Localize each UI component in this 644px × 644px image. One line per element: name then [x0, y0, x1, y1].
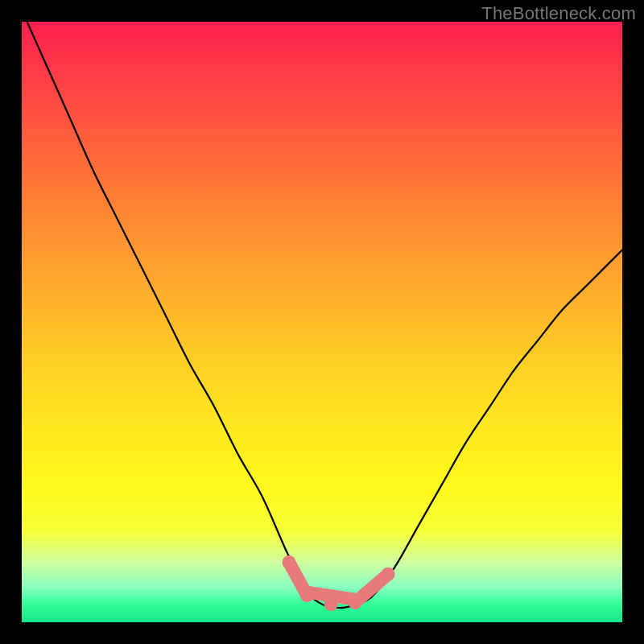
- marker-group: [282, 555, 394, 611]
- bottleneck-curve: [22, 10, 622, 608]
- marker-mid-a: [300, 588, 314, 602]
- marker-mid-b: [324, 597, 338, 611]
- marker-left: [282, 555, 295, 569]
- chart-svg: [22, 22, 622, 622]
- chart-frame: TheBottleneck.com: [0, 0, 644, 644]
- marker-right: [382, 568, 395, 581]
- watermark-text: TheBottleneck.com: [481, 3, 636, 24]
- marker-mid-c: [349, 596, 362, 609]
- chart-plot-area: [22, 22, 622, 622]
